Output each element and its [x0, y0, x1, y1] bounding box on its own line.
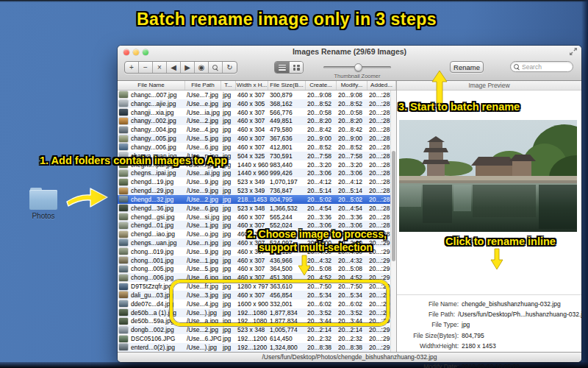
- cell-added-date: 20...:28: [368, 213, 390, 221]
- info-row-widthxheight: WidthxHeight:2180 x 1453: [397, 341, 581, 351]
- column-header-file-path[interactable]: File Path: [185, 81, 221, 90]
- table-row[interactable]: chegns...ipai.jpg/Use...ai.jpgjpg1440 x …: [118, 169, 390, 177]
- cell-file-type: jpg: [221, 117, 236, 124]
- table-row[interactable]: chengd...36.jpg/Use...6.jpgjpg523 x 3481…: [118, 204, 390, 213]
- cell-modify-date: 20...8:20: [337, 117, 368, 124]
- cell-file-type: jpg: [221, 257, 236, 264]
- table-row[interactable]: changji...xia.jpg/Use...ia.jpgjpg460 x 3…: [118, 108, 390, 117]
- zoomer-slider-knob[interactable]: [354, 63, 362, 71]
- column-header-file-name[interactable]: File Name: [118, 81, 185, 90]
- cell-file-name: chengs...uan.jpg: [129, 239, 185, 247]
- search-input[interactable]: [522, 63, 566, 71]
- photos-folder[interactable]: Photos: [28, 188, 59, 220]
- table-row[interactable]: DSC05106.JPG/Use...6.JPGjpg192...1200614…: [118, 334, 390, 343]
- file-thumbnail: [119, 248, 128, 255]
- cell-modify-date: 20...4:12: [337, 178, 368, 185]
- grid-view-button[interactable]: [289, 62, 303, 73]
- table-header: File NameFile PathT...Width x H...File S…: [118, 81, 396, 91]
- table-row[interactable]: enterd...0(2).jpg/Use...).jpgjpg192...12…: [118, 343, 390, 352]
- column-header-create[interactable]: Create...: [306, 81, 337, 90]
- cell-file-name: chengd...29.jpg: [129, 187, 185, 194]
- cell-create-date: 20...4:12: [306, 178, 337, 185]
- column-header-file-size-b[interactable]: File Size(B...: [268, 81, 306, 90]
- cell-file-size: 565,244: [268, 213, 306, 221]
- cell-file-name: changy...005.jpg: [129, 135, 185, 142]
- table-row[interactable]: dongb...002.jpg/Use...2.jpgjpg523 x 3481…: [118, 325, 390, 334]
- cell-create-date: 20...8:38: [306, 344, 337, 351]
- table-row[interactable]: changy...005.jpg/Use...5.jpgjpg460 x 307…: [118, 134, 390, 143]
- file-thumbnail: [119, 291, 128, 298]
- table-row[interactable]: chengd...32.jpg/Use...2.jpgjpg218...1453…: [118, 195, 390, 204]
- file-thumbnail: [119, 266, 128, 272]
- scrollbar-thumb[interactable]: [392, 151, 395, 261]
- list-view-button[interactable]: [275, 62, 289, 73]
- refresh-button[interactable]: ↻: [223, 62, 237, 73]
- table-row[interactable]: chengd...gsi.jpg/Use...si.jpgjpg460 x 30…: [118, 213, 390, 222]
- table-row[interactable]: changy...004.jpg/Use...4.jpgjpg460 x 304…: [118, 125, 390, 134]
- add-button[interactable]: +: [125, 62, 139, 73]
- cell-dimensions: 460 x 307: [236, 117, 268, 124]
- toolbar: +−×◀▶◉↻ Thumbnail Zoomer Rename: [118, 57, 581, 81]
- cell-create-date: 20...8:52: [306, 100, 337, 107]
- table-row[interactable]: changc...ajie.jpg/Use...e.jpgjpg460 x 30…: [118, 99, 390, 108]
- table-scrollbar[interactable]: [390, 91, 396, 352]
- table-row[interactable]: chong...001.jpg/Use...1.jpgjpg460 x 3074…: [118, 256, 390, 265]
- table-row[interactable]: chong...005.jpg/Use...5.jpgjpg460 x 3073…: [118, 265, 390, 274]
- cell-dimensions: 460 x 307: [236, 91, 268, 99]
- folder-label: Photos: [28, 212, 59, 220]
- info-row-file-path: File Path:/Users/fun/Desktop/Ph...hushan…: [397, 309, 581, 319]
- preview-button[interactable]: ◉: [195, 62, 209, 73]
- cell-file-size: 983,440: [268, 161, 306, 169]
- previous-button[interactable]: ◀: [167, 62, 181, 73]
- cell-file-path: /Use...1.jpg: [185, 257, 221, 264]
- search-field[interactable]: [510, 61, 573, 72]
- cell-file-path: /Use...5.jpg: [185, 265, 221, 272]
- table-row[interactable]: changc...007.jpg/Use...7.jpgjpg460 x 307…: [118, 91, 390, 99]
- table-row[interactable]: chengd...29.jpg/Use...9.jpgjpg523 x 3497…: [118, 186, 390, 195]
- column-header-t[interactable]: T...: [221, 81, 236, 90]
- cell-create-date: 20...5:08: [306, 265, 337, 272]
- remove-button[interactable]: −: [139, 62, 153, 73]
- file-thumbnail: [119, 283, 128, 290]
- cell-file-type: jpg: [221, 344, 236, 351]
- file-actions-group: +−×◀▶◉↻: [124, 61, 237, 74]
- table-row[interactable]: chengd...19.jpg/Use...9.jpgjpg523 x 3491…: [118, 177, 390, 186]
- cell-modify-date: 20...8:42: [337, 126, 368, 133]
- cell-added-date: 20...:28: [368, 178, 390, 185]
- file-thumbnail: [119, 327, 128, 333]
- cell-dimensions: 523 x 348: [236, 205, 268, 212]
- file-thumbnail: [119, 135, 128, 142]
- cell-modify-date: 20...8:38: [337, 344, 368, 351]
- cell-added-date: 20...:28: [368, 91, 390, 99]
- rename-button[interactable]: Rename: [450, 61, 484, 73]
- zoomer-slider-track[interactable]: [323, 66, 391, 68]
- column-header-added[interactable]: Added...: [368, 81, 396, 90]
- fullscreen-icon[interactable]: [570, 48, 577, 55]
- next-button[interactable]: ▶: [181, 62, 195, 73]
- cell-file-path: /Use...4.jpg: [185, 126, 221, 133]
- cell-file-size: 368,162: [268, 100, 306, 107]
- cell-dimensions: 460 x 307: [236, 144, 268, 151]
- info-value-file-name[interactable]: chengde_bishushanzhuang-032.jpg: [462, 300, 561, 308]
- delete-button[interactable]: ×: [153, 62, 167, 73]
- file-thumbnail: [119, 222, 128, 229]
- file-thumbnail: [119, 188, 128, 194]
- titlebar[interactable]: Images Rename (29/69 Images): [118, 46, 581, 57]
- cell-modify-date: 20...5:02: [337, 196, 368, 203]
- annotation-step2-line2: support multi-selection: [259, 241, 373, 253]
- annotation-step3: 3. Start to batch rename: [398, 101, 520, 113]
- table-row[interactable]: changy...002.jpg/Use...2.jpgjpg460 x 307…: [118, 116, 390, 125]
- search-button[interactable]: [209, 62, 223, 73]
- cell-file-size: 367,636: [268, 135, 306, 142]
- column-header-modify[interactable]: Modify...: [337, 81, 368, 90]
- cell-dimensions: 192...1200: [236, 335, 268, 342]
- cell-added-date: 20...:28: [368, 169, 390, 177]
- cell-file-path: /Use...6.jpg: [185, 144, 221, 151]
- cell-file-name: chengd...gsi.jpg: [129, 213, 185, 221]
- table-row[interactable]: changy...006.jpg/Use...6.jpgjpg460 x 307…: [118, 143, 390, 152]
- cell-create-date: 20...2:32: [306, 335, 337, 342]
- column-header-width-x-h[interactable]: Width x H...: [236, 81, 268, 90]
- cell-dimensions: 460 x 307: [236, 213, 268, 221]
- cell-added-date: 20...:28: [368, 126, 390, 133]
- cell-file-name: changy...004.jpg: [129, 126, 185, 133]
